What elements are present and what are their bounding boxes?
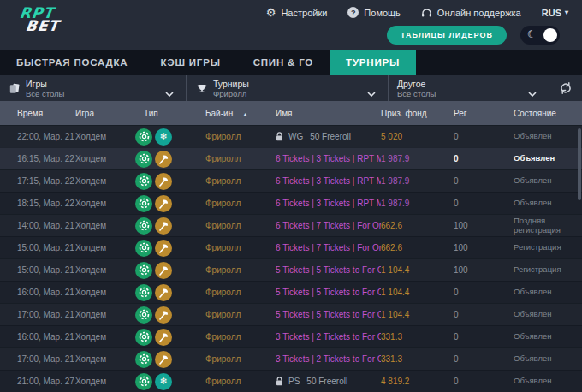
tournament-game: Холдем — [75, 310, 144, 319]
tournament-type-icons — [135, 262, 205, 279]
column-header-prize-fund[interactable]: Приз. фонд — [381, 109, 454, 118]
tournaments-filter-dropdown[interactable]: Турниры Фриролл — [187, 75, 389, 101]
tournament-time: 18:15, Мар. 22 — [17, 199, 75, 208]
settings-label: Настройки — [281, 8, 327, 18]
axe-icon — [155, 262, 172, 279]
tournament-status: Объявлен — [514, 377, 582, 386]
top-bar-actions: ТАБЛИЦЫ ЛИДЕРОВ ☾ — [387, 26, 560, 45]
tournament-game: Холдем — [75, 221, 144, 230]
tab-cash-games[interactable]: КЭШ ИГРЫ — [144, 50, 236, 75]
refresh-button[interactable] — [549, 75, 582, 101]
tournament-status: Объявлен — [514, 176, 582, 186]
theme-toggle[interactable]: ☾ — [520, 26, 560, 45]
online-support-label: Онлайн поддержка — [437, 8, 521, 18]
tournament-status: Объявлен — [514, 310, 582, 319]
table-row[interactable]: 22:00, Мар. 21 Холдем ❄ Фриролл WG50 Fre… — [0, 125, 582, 147]
table-body: 22:00, Мар. 21 Холдем ❄ Фриролл WG50 Fre… — [0, 125, 582, 392]
tournament-buyin: Фриролл — [205, 154, 276, 163]
tournament-prize-fund: 1 987.9 — [381, 154, 454, 163]
settings-menu-item[interactable]: ⚙ Настройки — [266, 7, 328, 18]
help-menu-item[interactable]: ? Помощь — [347, 7, 401, 18]
table-row[interactable]: 18:15, Мар. 22 Холдем Фриролл 6 Tickets … — [0, 192, 582, 214]
main-nav-tabs: БЫСТРАЯ ПОСАДКА КЭШ ИГРЫ СПИН & ГО ТУРНИ… — [0, 50, 582, 75]
tournament-status: Объявлен — [514, 199, 582, 208]
table-row[interactable]: 21:00, Мар. 27 Холдем ❄ Фриролл PS50 Fre… — [0, 370, 582, 392]
table-row[interactable]: 17:00, Мар. 21 Холдем Фриролл 3 Tickets … — [0, 347, 582, 370]
tournament-name-cell: 6 Tickets | 7 Tickets | For Ortaks ... — [276, 221, 381, 230]
column-header-buyin[interactable]: Бай-ин ▲ — [205, 109, 276, 118]
tab-spin-and-go[interactable]: СПИН & ГО — [237, 50, 330, 75]
tournament-time: 21:00, Мар. 27 — [17, 377, 75, 386]
top-menu: ⚙ Настройки ? Помощь Онлайн поддержка RU… — [266, 7, 568, 18]
axe-icon — [155, 195, 172, 212]
table-row[interactable]: 17:15, Мар. 22 Холдем Фриролл 6 Tickets … — [0, 169, 582, 192]
axe-icon — [155, 351, 172, 368]
tournament-status: Регистрация — [514, 265, 582, 275]
sort-ascending-icon[interactable]: ▲ — [242, 111, 248, 117]
help-icon: ? — [347, 7, 359, 18]
tournament-name-cell: 5 Tickets | 5 Tickets to For Ortaks ... — [276, 288, 381, 297]
tournament-reg-count: 0 — [454, 176, 514, 186]
site-tag: WG — [288, 132, 303, 141]
tournament-type-icons: ❄ — [135, 373, 205, 390]
axe-icon — [155, 217, 172, 235]
chevron-down-icon — [165, 85, 174, 100]
tournament-time: 22:00, Мар. 21 — [17, 132, 75, 141]
table-row[interactable]: 15:00, Мар. 21 Холдем Фриролл 5 Tickets … — [0, 258, 582, 281]
filter-bar: Игры Все столы Турниры Фриролл Другое Вс… — [0, 75, 582, 101]
table-row[interactable]: 16:00, Мар. 21 Холдем Фриролл 3 Tickets … — [0, 325, 582, 347]
tournament-game: Холдем — [75, 132, 144, 141]
tab-quick-seat[interactable]: БЫСТРАЯ ПОСАДКА — [0, 50, 144, 75]
tournament-name: 5 Tickets | 5 Tickets to For Ortaks ... — [276, 310, 381, 319]
vertical-scrollbar-thumb[interactable] — [578, 128, 581, 200]
table-row[interactable]: 16:15, Мар. 22 Холдем Фриролл 6 Tickets … — [0, 147, 582, 169]
tournament-reg-count: 100 — [454, 243, 514, 252]
tournament-buyin: Фриролл — [205, 332, 276, 342]
axe-icon — [155, 329, 172, 346]
tournament-time: 17:00, Мар. 21 — [17, 310, 75, 319]
games-filter-dropdown[interactable]: Игры Все столы — [0, 75, 187, 101]
tournament-reg-count: 0 — [454, 354, 514, 364]
tournament-game: Холдем — [75, 288, 144, 297]
language-selector[interactable]: RUS ▾ — [542, 8, 568, 18]
lock-icon — [276, 132, 283, 141]
column-header-time[interactable]: Время — [17, 109, 75, 118]
chevron-down-icon — [367, 85, 376, 100]
table-row[interactable]: 14:00, Мар. 21 Холдем Фриролл 6 Tickets … — [0, 214, 582, 236]
axe-icon — [155, 306, 172, 324]
column-header-game[interactable]: Игра — [75, 109, 144, 118]
tournament-game: Холдем — [75, 176, 144, 186]
tournament-name: 50 Freeroll — [306, 377, 347, 386]
axe-icon — [155, 151, 172, 168]
column-header-status[interactable]: Состояние — [514, 109, 582, 118]
logo-line-bet: BET — [25, 20, 60, 33]
tournament-game: Холдем — [75, 377, 144, 386]
tournament-time: 16:00, Мар. 21 — [17, 332, 75, 342]
tournament-prize-fund: 662.6 — [381, 243, 454, 252]
table-row[interactable]: 15:00, Мар. 21 Холдем Фриролл 6 Tickets … — [0, 236, 582, 258]
chip-icon — [135, 128, 152, 146]
snowflake-icon: ❄ — [155, 373, 172, 390]
axe-icon — [155, 173, 172, 190]
column-header-name[interactable]: Имя — [276, 109, 381, 118]
tournament-type-icons — [135, 151, 205, 168]
tournament-type-icons: ❄ — [135, 128, 205, 146]
tournament-prize-fund: 5 020 — [381, 132, 454, 141]
tournament-prize-fund: 662.6 — [381, 221, 454, 230]
tournament-name: 5 Tickets | 5 Tickets to For Ortaks ... — [276, 265, 381, 275]
chip-icon — [135, 151, 152, 168]
tab-tournaments[interactable]: ТУРНИРЫ — [330, 50, 416, 75]
table-row[interactable]: 17:00, Мар. 21 Холдем Фриролл 5 Tickets … — [0, 303, 582, 325]
leaderboards-button[interactable]: ТАБЛИЦЫ ЛИДЕРОВ — [387, 26, 507, 45]
cards-icon — [9, 83, 20, 94]
other-filter-dropdown[interactable]: Другое Все столы — [389, 75, 549, 101]
tournament-game: Холдем — [75, 199, 144, 208]
tournaments-filter-title: Турниры — [213, 79, 249, 89]
column-header-reg[interactable]: Рег — [454, 109, 514, 118]
column-header-type[interactable]: Тип — [144, 109, 205, 118]
tournament-type-icons — [135, 329, 205, 346]
tournament-game: Холдем — [75, 332, 144, 342]
headset-icon — [421, 8, 432, 18]
table-row[interactable]: 16:00, Мар. 21 Холдем Фриролл 5 Tickets … — [0, 281, 582, 303]
online-support-menu-item[interactable]: Онлайн поддержка — [421, 8, 521, 18]
